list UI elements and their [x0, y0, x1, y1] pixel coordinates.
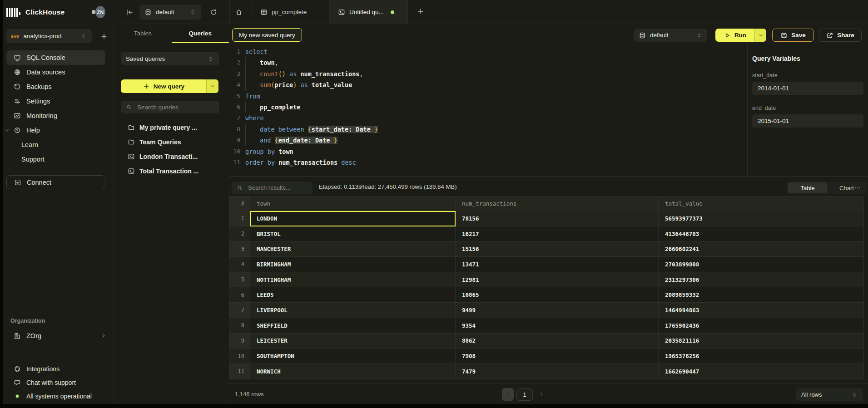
- cell-town[interactable]: LIVERPOOL: [250, 303, 456, 318]
- cell-town[interactable]: LEEDS: [250, 287, 456, 303]
- end-date-field[interactable]: [752, 114, 863, 128]
- database-selector-top[interactable]: default: [139, 5, 201, 20]
- results-footer: 1,146 rows 1 All rows: [229, 383, 868, 404]
- new-tab-button[interactable]: [415, 6, 426, 17]
- sidebar-footer: IntegrationsChat with supportAll systems…: [6, 362, 105, 403]
- run-button[interactable]: Run: [715, 29, 766, 42]
- cell-total-value[interactable]: 2703899808: [659, 257, 864, 272]
- cell-total-value[interactable]: 1662690447: [659, 364, 864, 379]
- next-page-button[interactable]: [536, 388, 547, 401]
- refresh-button[interactable]: [207, 6, 220, 19]
- save-button[interactable]: Save: [772, 29, 814, 42]
- database-selector-run[interactable]: default: [634, 29, 707, 42]
- sidebar-item-learn[interactable]: Learn: [6, 138, 105, 152]
- cell-total-value[interactable]: 4136446703: [659, 226, 864, 242]
- query-variables-panel: Query Variables start_date end_date: [747, 43, 868, 176]
- cell-total-value[interactable]: 1965378256: [659, 349, 864, 364]
- column-header-total-value[interactable]: total_value: [659, 197, 864, 211]
- page-number[interactable]: 1: [516, 388, 533, 401]
- cell-town[interactable]: SOUTHAMPTON: [250, 349, 456, 364]
- cell-total-value[interactable]: 2660602241: [659, 241, 864, 257]
- collapse-sidebar-button[interactable]: [124, 6, 136, 19]
- new-query-label: New query: [154, 83, 184, 90]
- saved-query-item-my-private-query[interactable]: My private query ...: [114, 120, 229, 135]
- share-button[interactable]: Share: [819, 29, 862, 42]
- cell-num-transactions[interactable]: 7479: [456, 364, 659, 379]
- cell-town[interactable]: MANCHESTER: [250, 241, 456, 257]
- tab-pp-complete[interactable]: pp_complete: [252, 0, 330, 24]
- tab-tables[interactable]: Tables: [114, 24, 172, 43]
- tab-untitled-qu[interactable]: Untitled qu...: [330, 0, 408, 24]
- sidebar-item-help[interactable]: Help: [6, 123, 105, 138]
- sidebar-item-settings[interactable]: Settings: [6, 94, 105, 108]
- cell-num-transactions[interactable]: 13471: [456, 257, 659, 272]
- cell-town[interactable]: NORWICH: [250, 364, 456, 379]
- more-options-button[interactable]: [853, 183, 863, 193]
- code-line-11: 11order by num_transactions desc: [229, 157, 747, 168]
- saved-query-tab[interactable]: My new saved query: [232, 28, 302, 42]
- cell-town[interactable]: LEICESTER: [250, 334, 456, 349]
- cell-total-value[interactable]: 2089859332: [659, 287, 864, 303]
- cell-town[interactable]: LONDON: [250, 211, 456, 226]
- refresh-icon: [210, 9, 217, 16]
- page-size-selector[interactable]: All rows: [796, 388, 863, 401]
- new-query-button[interactable]: New query: [121, 79, 218, 93]
- building-icon: [14, 332, 21, 339]
- cell-total-value[interactable]: 1464994863: [659, 303, 864, 318]
- service-selector[interactable]: aws analytics-prod: [6, 29, 92, 43]
- saved-query-item-london-transacti[interactable]: London Transacti...: [114, 149, 229, 164]
- saved-queries-selector[interactable]: Saved queries: [121, 52, 219, 65]
- sidebar-item-support[interactable]: Support: [6, 152, 105, 167]
- sidebar-item-backups[interactable]: Backups: [6, 79, 105, 94]
- cell-num-transactions[interactable]: 15156: [456, 241, 659, 257]
- cell-total-value[interactable]: 1765902436: [659, 318, 864, 334]
- column-header-index[interactable]: #: [229, 197, 250, 211]
- cell-total-value[interactable]: 2313297306: [659, 272, 864, 288]
- sidebar-item-monitoring[interactable]: Monitoring: [6, 108, 105, 123]
- chevron-down-icon: [209, 83, 216, 90]
- results-search-input[interactable]: [247, 184, 308, 192]
- cell-num-transactions[interactable]: 16217: [456, 226, 659, 242]
- user-avatar[interactable]: ZN: [95, 6, 105, 18]
- cell-num-transactions[interactable]: 78156: [456, 211, 659, 226]
- previous-page-button[interactable]: [502, 388, 514, 401]
- cell-town[interactable]: BIRMINGHAM: [250, 257, 456, 272]
- new-query-dropdown-button[interactable]: [206, 79, 218, 93]
- cell-num-transactions[interactable]: 7908: [456, 349, 659, 364]
- column-header-num-transactions[interactable]: num_transactions: [456, 197, 659, 211]
- add-service-button[interactable]: [98, 30, 110, 43]
- tab-queries[interactable]: Queries: [172, 24, 229, 43]
- sidebar-item-data-sources[interactable]: Data sources: [6, 65, 105, 79]
- saved-query-item-total-transaction[interactable]: Total Transaction ...: [114, 164, 229, 178]
- play-icon: [724, 32, 731, 39]
- cell-num-transactions[interactable]: 9354: [456, 318, 659, 334]
- table-view-button[interactable]: Table: [788, 182, 827, 193]
- cell-town[interactable]: SHEFFIELD: [250, 318, 456, 334]
- cell-total-value[interactable]: 2035821116: [659, 334, 864, 349]
- sidebar-item-all-systems-operational[interactable]: All systems operational: [6, 389, 105, 403]
- cell-num-transactions[interactable]: 12981: [456, 272, 659, 288]
- cell-num-transactions[interactable]: 10865: [456, 287, 659, 303]
- sidebar-item-integrations[interactable]: Integrations: [6, 362, 105, 376]
- home-button[interactable]: [233, 6, 245, 19]
- cell-total-value[interactable]: 56593977373: [659, 211, 864, 226]
- sidebar-item-zorg[interactable]: ZOrg: [6, 329, 113, 343]
- start-date-field[interactable]: [752, 82, 863, 95]
- saved-query-item-team-queries[interactable]: Team Queries: [114, 135, 229, 149]
- row-index: 10: [229, 349, 250, 364]
- connect-button[interactable]: Connect: [6, 175, 105, 189]
- cell-town[interactable]: BRISTOL: [250, 226, 456, 242]
- sql-editor[interactable]: 1select2town,3count() as num_transaction…: [229, 43, 747, 176]
- open-tabs: pp_completeUntitled qu...: [252, 0, 408, 24]
- run-options-button[interactable]: [754, 29, 766, 42]
- share-icon: [826, 32, 833, 39]
- sidebar-item-chat-with-support[interactable]: Chat with support: [6, 376, 105, 389]
- sidebar-item-sql-console[interactable]: SQL Console: [6, 50, 105, 65]
- query-search-input[interactable]: [136, 103, 215, 111]
- column-header-town[interactable]: town: [250, 197, 456, 211]
- cell-num-transactions[interactable]: 8862: [456, 334, 659, 349]
- cell-town[interactable]: NOTTINGHAM: [250, 272, 456, 288]
- cell-num-transactions[interactable]: 9499: [456, 303, 659, 318]
- unsaved-dot-icon: [391, 10, 394, 14]
- query-variables-title: Query Variables: [752, 55, 863, 62]
